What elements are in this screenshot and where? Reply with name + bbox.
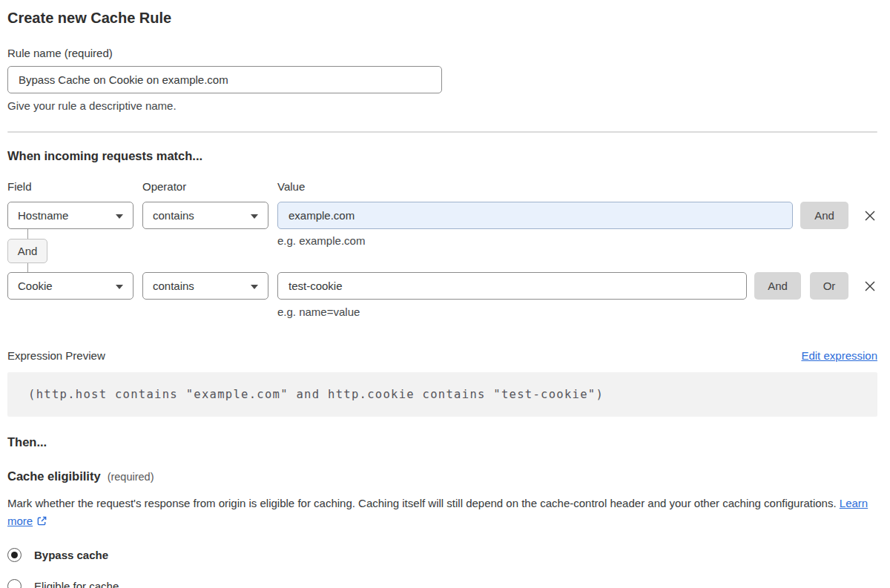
close-icon — [863, 279, 877, 294]
page-title: Create new Cache Rule — [7, 9, 877, 27]
chevron-down-icon — [251, 285, 258, 289]
condition-row-1: Hostname contains And — [7, 202, 877, 229]
cache-eligibility-heading-row: Cache eligibility (required) — [7, 469, 877, 483]
operator-column-label: Operator — [142, 180, 268, 193]
required-note: (required) — [108, 471, 154, 483]
external-link-icon — [36, 515, 47, 526]
value-hint-1: e.g. example.com — [277, 234, 365, 247]
edit-expression-link[interactable]: Edit expression — [801, 349, 877, 362]
condition-connector-block: e.g. example.com And — [7, 229, 877, 272]
operator-select-1-value: contains — [153, 209, 194, 222]
and-or-toggle-button[interactable]: And — [7, 239, 47, 263]
value-column-label: Value — [277, 180, 877, 193]
add-and-condition-button-1[interactable]: And — [800, 202, 848, 229]
rule-name-label: Rule name (required) — [7, 47, 877, 59]
connector-line-top — [27, 229, 28, 239]
match-heading: When incoming requests match... — [7, 149, 877, 163]
bypass-cache-label[interactable]: Bypass cache — [34, 549, 108, 561]
eligible-for-cache-radio[interactable] — [7, 579, 22, 588]
value-hint-2: e.g. name=value — [277, 305, 877, 318]
section-divider — [7, 131, 877, 133]
eligible-for-cache-label[interactable]: Eligible for cache — [34, 580, 119, 588]
rule-name-input[interactable] — [7, 66, 442, 93]
close-icon — [863, 208, 877, 223]
remove-condition-button-2[interactable] — [863, 279, 877, 294]
operator-select-1[interactable]: contains — [142, 202, 268, 229]
chevron-down-icon — [116, 285, 123, 289]
cache-option-bypass: Bypass cache — [7, 548, 877, 562]
expression-preview-header: Expression Preview Edit expression — [7, 349, 877, 362]
operator-select-2[interactable]: contains — [142, 272, 268, 300]
rule-name-helper: Give your rule a descriptive name. — [7, 99, 877, 112]
expression-preview-box: (http.host contains "example.com" and ht… — [7, 372, 877, 417]
expression-preview-label: Expression Preview — [7, 349, 105, 362]
chevron-down-icon — [251, 214, 258, 219]
add-and-condition-button-2[interactable]: And — [754, 272, 801, 300]
then-heading: Then... — [7, 435, 877, 449]
condition-column-labels: Field Operator Value — [7, 180, 877, 193]
connector-line-bottom — [27, 263, 28, 272]
remove-condition-button-1[interactable] — [863, 208, 877, 223]
operator-select-2-value: contains — [153, 280, 194, 292]
description-text: Mark whether the request's response from… — [7, 497, 837, 509]
add-or-condition-button-2[interactable]: Or — [810, 272, 848, 300]
expression-code: (http.host contains "example.com" and ht… — [28, 388, 604, 401]
field-select-1[interactable]: Hostname — [7, 202, 134, 229]
field-select-1-value: Hostname — [18, 209, 68, 222]
chevron-down-icon — [116, 214, 123, 219]
condition-row-2: Cookie contains And Or — [7, 272, 877, 300]
field-column-label: Field — [7, 180, 134, 193]
cache-eligibility-heading: Cache eligibility — [7, 469, 101, 483]
value-input-1[interactable] — [277, 202, 793, 229]
cache-option-eligible: Eligible for cache — [7, 579, 877, 588]
create-cache-rule-page: Create new Cache Rule Rule name (require… — [0, 0, 890, 588]
field-select-2[interactable]: Cookie — [7, 272, 134, 300]
field-select-2-value: Cookie — [18, 280, 53, 292]
cache-eligibility-description: Mark whether the request's response from… — [7, 495, 872, 530]
value-input-2[interactable] — [277, 272, 747, 300]
bypass-cache-radio[interactable] — [7, 548, 22, 562]
